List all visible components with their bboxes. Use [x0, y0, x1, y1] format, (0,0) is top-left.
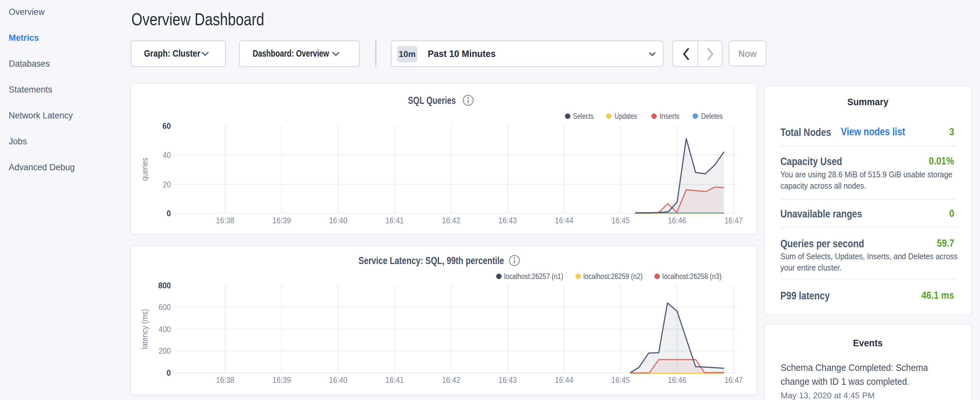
svg-text:16:42: 16:42 [442, 375, 460, 385]
svg-text:localhost:26258 (n3): localhost:26258 (n3) [662, 272, 721, 280]
svg-text:16:38: 16:38 [216, 375, 235, 385]
svg-text:60: 60 [162, 121, 171, 131]
svg-text:16:47: 16:47 [724, 215, 743, 225]
svg-text:16:39: 16:39 [272, 375, 291, 385]
svg-text:Updates: Updates [615, 112, 637, 120]
svg-text:0: 0 [167, 368, 171, 377]
svg-text:16:47: 16:47 [724, 375, 743, 385]
svg-text:16:41: 16:41 [385, 215, 404, 225]
svg-text:16:46: 16:46 [668, 215, 686, 225]
svg-text:20: 20 [163, 180, 171, 189]
svg-text:16:41: 16:41 [385, 375, 404, 385]
svg-text:600: 600 [159, 302, 171, 312]
svg-text:16:46: 16:46 [668, 375, 686, 385]
svg-text:400: 400 [159, 324, 171, 334]
svg-text:16:44: 16:44 [555, 375, 573, 385]
svg-text:16:40: 16:40 [329, 375, 347, 385]
svg-text:800: 800 [158, 281, 171, 290]
svg-text:16:40: 16:40 [329, 215, 347, 225]
svg-text:16:38: 16:38 [216, 215, 235, 225]
svg-text:0: 0 [167, 209, 171, 218]
svg-text:Service Latency: SQL, 99th per: Service Latency: SQL, 99th percentile [358, 255, 504, 266]
svg-text:Deletes: Deletes [701, 112, 723, 120]
svg-text:SQL Queries: SQL Queries [408, 95, 456, 106]
svg-text:Inserts: Inserts [660, 112, 679, 120]
svg-text:16:39: 16:39 [272, 215, 291, 225]
svg-text:16:43: 16:43 [499, 215, 517, 225]
svg-text:localhost:26259 (n2): localhost:26259 (n2) [583, 272, 643, 280]
svg-text:16:42: 16:42 [442, 215, 460, 225]
svg-text:latency (ms): latency (ms) [140, 309, 150, 349]
svg-text:16:45: 16:45 [611, 215, 630, 225]
svg-text:200: 200 [159, 346, 171, 356]
svg-text:Selects: Selects [573, 112, 594, 120]
svg-text:queries: queries [140, 158, 150, 181]
svg-text:16:43: 16:43 [499, 375, 517, 385]
svg-text:16:45: 16:45 [611, 375, 630, 385]
svg-text:localhost:26257 (n1): localhost:26257 (n1) [504, 272, 563, 280]
svg-text:16:44: 16:44 [555, 215, 573, 225]
svg-text:40: 40 [163, 150, 171, 160]
